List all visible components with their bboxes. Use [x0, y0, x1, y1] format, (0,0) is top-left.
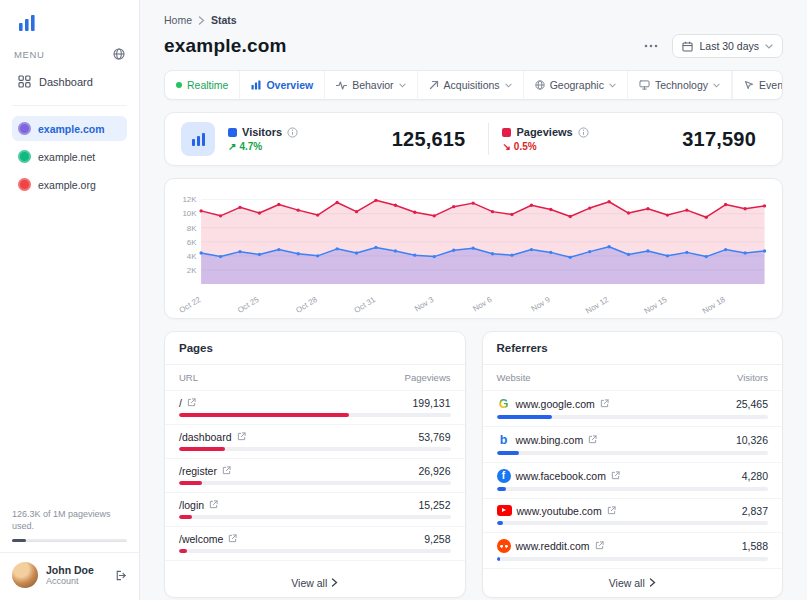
tab-behavior[interactable]: Behavior: [325, 71, 417, 99]
tab-label: Behavior: [352, 79, 393, 91]
pageviews-delta: ↘ 0.5%: [502, 141, 588, 152]
stats-summary-card: Visitors ↗ 4.7% 125,615 Pageviews ↘: [164, 112, 783, 166]
page-url: /dashboard: [179, 431, 232, 443]
col-pageviews: Pageviews: [405, 372, 451, 383]
referrer-link[interactable]: www.bing.com: [497, 433, 598, 447]
page-link[interactable]: /welcome: [179, 533, 237, 545]
table-row: /register 26,926: [165, 459, 465, 493]
page-value: 26,926: [418, 465, 450, 477]
page-link[interactable]: /dashboard: [179, 431, 246, 443]
svg-text:6K: 6K: [187, 238, 197, 247]
referrer-link[interactable]: www.reddit.com: [497, 539, 604, 553]
bar-track: [497, 415, 769, 419]
tab-bar: Realtime Overview Behavior Acquisitions: [164, 70, 783, 100]
referrer-link[interactable]: www.facebook.com: [497, 469, 620, 483]
svg-text:Oct 28: Oct 28: [294, 295, 319, 314]
menu-header: MENU: [14, 48, 125, 60]
activity-icon: [336, 81, 347, 90]
referrer-link[interactable]: www.youtube.com: [497, 505, 616, 517]
table-row: / 199,131: [165, 391, 465, 425]
pageviews-stat: Pageviews ↘ 0.5%: [502, 126, 588, 152]
title-row: example.com Last 30 days: [164, 34, 783, 58]
logout-icon[interactable]: [114, 569, 127, 582]
chevron-right-icon: [649, 578, 656, 587]
referrers-view-all-button[interactable]: View all: [483, 569, 783, 597]
referrer-value: 2,837: [742, 505, 768, 517]
referrers-column-header: Website Visitors: [483, 365, 783, 391]
table-row: www.bing.com 10,326: [483, 427, 783, 463]
bar-fill: [179, 549, 187, 553]
globe-icon: [535, 80, 545, 90]
referrer-value: 25,465: [736, 398, 768, 410]
bar-track: [179, 447, 451, 451]
visitors-legend-swatch: [228, 128, 237, 137]
svg-text:2K: 2K: [187, 266, 197, 275]
chart-badge-icon: [181, 122, 215, 156]
breadcrumb-home[interactable]: Home: [164, 14, 192, 26]
pageviews-legend-swatch: [502, 128, 511, 137]
referrer-link[interactable]: www.google.com: [497, 397, 609, 411]
realtime-dot-icon: [176, 82, 182, 88]
sidebar-site-item[interactable]: example.com: [12, 116, 127, 141]
pages-view-all-button[interactable]: View all: [165, 569, 465, 597]
more-options-icon[interactable]: [642, 42, 660, 50]
pageviews-label: Pageviews: [516, 126, 572, 138]
pageviews-trend-icon: ↘: [502, 141, 510, 152]
bar-track: [179, 549, 451, 553]
tab-events[interactable]: Events: [732, 71, 783, 99]
referrers-card-title: Referrers: [483, 332, 783, 365]
sidebar-item-dashboard[interactable]: Dashboard: [12, 68, 127, 95]
tab-realtime[interactable]: Realtime: [165, 71, 240, 99]
table-row: /dashboard 53,769: [165, 425, 465, 459]
sidebar-site-item[interactable]: example.net: [12, 144, 127, 169]
svg-text:Oct 25: Oct 25: [236, 295, 261, 314]
user-role: Account: [46, 576, 94, 586]
pages-card-title: Pages: [165, 332, 465, 365]
user-name: John Doe: [46, 564, 94, 577]
svg-text:Nov 3: Nov 3: [413, 295, 436, 314]
external-link-icon: [228, 534, 237, 543]
visitors-label: Visitors: [242, 126, 282, 138]
breadcrumb-current: Stats: [211, 14, 237, 26]
referrers-rows: www.google.com 25,465 www.bing.com 10,32…: [483, 391, 783, 569]
bar-fill: [497, 415, 552, 419]
sidebar-site-item[interactable]: example.org: [12, 172, 127, 197]
visitors-change: 4.7%: [239, 141, 262, 152]
menu-label: MENU: [14, 49, 44, 60]
chevron-down-icon: [399, 83, 406, 88]
page-url: /register: [179, 465, 217, 477]
page-link[interactable]: /: [179, 397, 196, 409]
svg-text:Oct 31: Oct 31: [353, 295, 378, 314]
account-row[interactable]: John Doe Account: [0, 552, 139, 592]
tab-overview[interactable]: Overview: [240, 71, 325, 99]
globe-icon[interactable]: [113, 48, 125, 60]
site-list: example.com example.net example.org: [12, 105, 127, 197]
page-value: 199,131: [413, 397, 451, 409]
external-link-icon: [595, 541, 604, 550]
bar-track: [179, 481, 451, 485]
tab-acquisitions[interactable]: Acquisitions: [418, 71, 524, 99]
pageviews-value: 317,590: [682, 128, 766, 151]
site-favicon: [18, 178, 31, 191]
info-icon[interactable]: [287, 127, 298, 138]
page-url: /: [179, 397, 182, 409]
page-link[interactable]: /login: [179, 499, 218, 511]
view-all-label: View all: [291, 577, 327, 589]
referrer-value: 10,326: [736, 434, 768, 446]
visitors-delta: ↗ 4.7%: [228, 141, 298, 152]
svg-text:Nov 6: Nov 6: [471, 295, 494, 314]
tab-geographic[interactable]: Geographic: [524, 71, 628, 99]
bing-favicon: [497, 433, 511, 447]
external-link-icon: [187, 398, 196, 407]
chevron-right-icon: [331, 578, 338, 587]
referrers-card: Referrers Website Visitors www.google.co…: [482, 331, 784, 598]
date-range-button[interactable]: Last 30 days: [672, 34, 783, 58]
bar-fill: [179, 515, 192, 519]
page-value: 9,258: [424, 533, 450, 545]
page-link[interactable]: /register: [179, 465, 231, 477]
svg-text:Nov 9: Nov 9: [530, 295, 553, 314]
external-link-icon: [237, 432, 246, 441]
info-icon[interactable]: [578, 127, 589, 138]
referrer-url: www.youtube.com: [517, 505, 602, 517]
tab-technology[interactable]: Technology: [628, 71, 732, 99]
